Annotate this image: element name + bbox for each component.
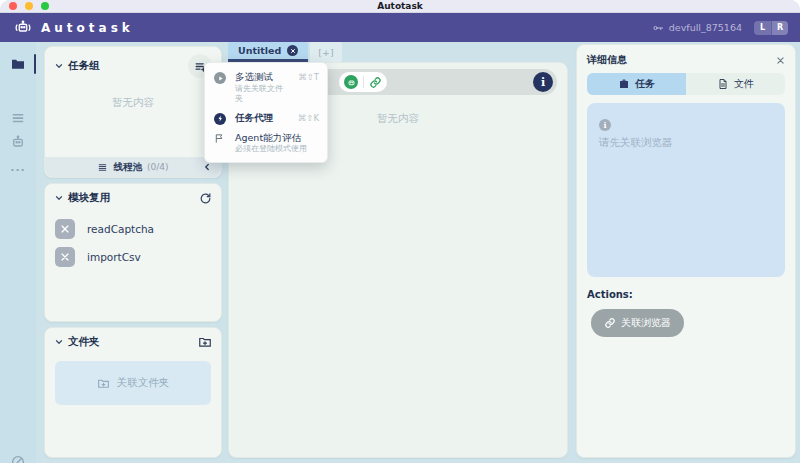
sidebar-rail: ···: [0, 42, 36, 463]
thread-pool-collapse-button[interactable]: [202, 162, 212, 172]
circle-slash-icon: [10, 454, 26, 463]
add-folder-button[interactable]: [198, 335, 212, 349]
key-icon: [652, 22, 664, 34]
briefcase-icon: [618, 78, 630, 90]
details-close-button[interactable]: [776, 56, 785, 65]
thread-pool-count: (0/4): [147, 162, 169, 172]
chevron-down-icon: [54, 61, 64, 71]
macos-titlebar: Autotask: [0, 0, 800, 13]
menu-item-title: 多选测试: [235, 71, 290, 84]
list-icon: [10, 110, 26, 126]
thread-pool-label: 线程池: [113, 161, 142, 174]
play-circle-icon: [214, 72, 226, 84]
window-title: Autotask: [0, 1, 800, 11]
tab-task-label: 任务: [635, 77, 655, 91]
tab-file[interactable]: 文件: [686, 73, 785, 95]
menu-item-subtitle: 必须在登陆模式使用: [235, 144, 319, 154]
placeholder-text: 请先关联浏览器: [599, 136, 773, 150]
robot-logo-icon: [14, 19, 32, 37]
close-icon: [290, 48, 296, 54]
tab-untitled[interactable]: Untitled: [228, 42, 308, 62]
task-group-header[interactable]: 任务组: [54, 59, 100, 73]
thread-pool-icon: [97, 162, 108, 173]
chevron-down-icon: [54, 193, 64, 203]
link-folder-button[interactable]: 关联文件夹: [55, 361, 211, 405]
chevron-left-icon: [202, 162, 212, 172]
app-name: Autotask: [41, 21, 134, 35]
menu-item-shortcut: ⌘⇧T: [298, 72, 319, 82]
sidebar-item-offline[interactable]: [0, 450, 36, 463]
flag-icon: [214, 133, 227, 144]
folder-header[interactable]: 文件夹: [54, 335, 100, 349]
robot-icon: [10, 134, 26, 150]
module-reuse-panel: 模块复用 readCaptcha importCsv: [44, 183, 222, 322]
details-tab-bar: 任务 文件: [587, 73, 785, 95]
module-item[interactable]: readCaptcha: [45, 215, 221, 243]
agent-status-icon[interactable]: [344, 75, 358, 89]
folder-icon: [10, 56, 26, 72]
menu-item-title: 任务代理: [235, 112, 290, 125]
agent-circle-icon: [214, 113, 226, 125]
link-browser-label: 关联浏览器: [621, 316, 671, 330]
new-tab-button[interactable]: [+]: [310, 42, 341, 62]
task-group-title: 任务组: [68, 59, 100, 73]
info-button[interactable]: i: [533, 72, 553, 92]
app-header: Autotask devfull_875164 L R: [0, 13, 800, 42]
chevron-down-icon: [54, 337, 64, 347]
task-group-empty-text: 暂无内容: [45, 96, 221, 110]
layout-toggle: L R: [754, 21, 788, 35]
module-label: importCsv: [87, 251, 141, 263]
info-icon: i: [599, 119, 611, 131]
menu-item-subtitle: 请先关联文件夹: [235, 84, 290, 105]
link-folder-label: 关联文件夹: [117, 376, 170, 390]
sidebar-item-more[interactable]: ···: [0, 158, 36, 182]
folder-plus-icon: [97, 377, 110, 390]
menu-item-multiselect-test[interactable]: 多选测试 请先关联文件夹 ⌘⇧T: [205, 67, 327, 108]
session-indicator: devfull_875164: [652, 22, 742, 34]
layout-left-button[interactable]: L: [754, 21, 771, 35]
refresh-icon: [199, 192, 212, 205]
add-task-menu: 多选测试 请先关联文件夹 ⌘⇧T 任务代理 ⌘⇧K Agent能力评估 必须在登…: [204, 62, 328, 163]
menu-item-agent-eval[interactable]: Agent能力评估 必须在登陆模式使用: [205, 128, 327, 158]
link-icon: [604, 317, 616, 329]
browser-placeholder-box: i 请先关联浏览器: [587, 103, 785, 277]
menu-item-title: Agent能力评估: [235, 132, 319, 145]
tab-task[interactable]: 任务: [587, 73, 686, 95]
tab-close-button[interactable]: [287, 45, 298, 56]
module-label: readCaptcha: [87, 223, 154, 235]
tab-strip: Untitled [+]: [228, 42, 342, 62]
module-reuse-header[interactable]: 模块复用: [54, 191, 110, 205]
folder-panel: 文件夹 关联文件夹: [44, 327, 222, 458]
menu-item-shortcut: ⌘⇧K: [298, 113, 319, 123]
session-id: devfull_875164: [669, 22, 742, 33]
refresh-modules-button[interactable]: [199, 192, 212, 205]
sidebar-item-files[interactable]: [0, 52, 36, 76]
thread-pool-bar[interactable]: 线程池 (0/4): [45, 157, 221, 177]
details-title: 详细信息: [587, 53, 776, 67]
layout-right-button[interactable]: R: [771, 21, 788, 35]
close-icon: [776, 56, 785, 65]
folder-title: 文件夹: [68, 335, 100, 349]
task-group-panel: 任务组 暂无内容 线程池 (0/4): [44, 46, 222, 178]
module-reuse-title: 模块复用: [68, 191, 110, 205]
divider: [363, 76, 364, 88]
actions-label: Actions:: [587, 289, 785, 300]
tools-icon: [55, 247, 75, 267]
sidebar-item-agent[interactable]: [0, 130, 36, 154]
tab-file-label: 文件: [734, 77, 754, 91]
link-add-button[interactable]: [369, 76, 382, 89]
module-item[interactable]: importCsv: [45, 243, 221, 271]
menu-item-task-agent[interactable]: 任务代理 ⌘⇧K: [205, 108, 327, 128]
new-tab-label: [+]: [318, 47, 333, 58]
document-icon: [717, 78, 729, 90]
tab-label: Untitled: [238, 45, 281, 56]
details-panel: 详细信息 任务 文件 i 请先关联浏览器 Actions: 关联浏览器: [576, 44, 796, 458]
ellipsis-icon: ···: [10, 164, 26, 177]
link-plus-icon: [369, 76, 382, 89]
link-browser-button[interactable]: 关联浏览器: [591, 309, 684, 337]
app-window: Autotask Autotask devfull_875164 L R: [0, 0, 800, 463]
canvas-tool-pill: [339, 72, 387, 92]
tools-icon: [55, 219, 75, 239]
folder-plus-icon: [198, 335, 212, 349]
sidebar-item-tasks[interactable]: [0, 106, 36, 130]
